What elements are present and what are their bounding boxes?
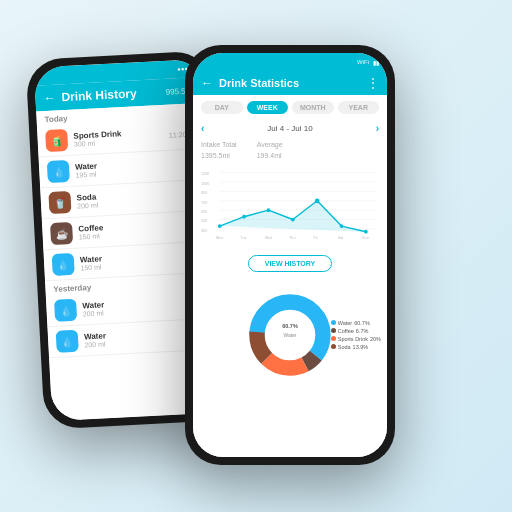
svg-text:Mon: Mon bbox=[216, 236, 223, 240]
intake-avg-label: Average bbox=[257, 141, 283, 148]
tab-year[interactable]: YEAR bbox=[338, 101, 380, 114]
coffee-legend-label: Coffee bbox=[338, 328, 354, 334]
stats-back-arrow-icon[interactable]: ← bbox=[201, 76, 213, 90]
svg-text:Fri: Fri bbox=[313, 236, 318, 240]
week-nav: ‹ Jul 4 - Jul 10 › bbox=[193, 120, 387, 137]
wifi-icon: WiFi bbox=[357, 59, 369, 65]
svg-text:Sat: Sat bbox=[338, 236, 345, 240]
sports-legend-pct: 20% bbox=[370, 336, 381, 342]
svg-text:1200: 1200 bbox=[201, 172, 209, 176]
sports-drink-icon: 🧃 bbox=[45, 129, 68, 152]
intake-total-value: 1395.5ml bbox=[201, 148, 237, 160]
water-icon: 💧 bbox=[47, 160, 70, 183]
menu-dots-icon[interactable]: ⋮ bbox=[367, 76, 379, 90]
intake-total-label: Intake Total bbox=[201, 141, 237, 148]
svg-text:700: 700 bbox=[201, 201, 207, 205]
intake-row: Intake Total 1395.5ml Average 199.4ml bbox=[193, 137, 387, 164]
soda-legend-pct: 13.9% bbox=[353, 344, 369, 350]
intake-avg-value: 199.4ml bbox=[257, 148, 283, 160]
svg-text:800: 800 bbox=[201, 191, 207, 195]
svg-point-19 bbox=[315, 198, 320, 203]
legend-item-coffee: Coffee 6.7% bbox=[331, 328, 381, 334]
status-bar-front: WiFi ▮▮ bbox=[193, 53, 387, 71]
week-prev-arrow[interactable]: ‹ bbox=[201, 123, 204, 134]
svg-point-17 bbox=[267, 208, 271, 212]
coffee-legend-pct: 6.7% bbox=[356, 328, 369, 334]
svg-text:Sun: Sun bbox=[362, 236, 369, 240]
legend-item-sports: Sports Drink 20% bbox=[331, 336, 381, 342]
sports-legend-label: Sports Drink bbox=[338, 336, 368, 342]
svg-text:500: 500 bbox=[201, 219, 207, 223]
svg-text:60.7%: 60.7% bbox=[282, 323, 298, 329]
svg-text:Wed: Wed bbox=[265, 236, 273, 240]
svg-text:Thu: Thu bbox=[289, 236, 295, 240]
svg-point-20 bbox=[340, 224, 344, 228]
stats-header: ← Drink Statistics ⋮ bbox=[193, 71, 387, 95]
water-legend-label: Water bbox=[338, 320, 352, 326]
water4-icon: 💧 bbox=[56, 330, 79, 353]
soda-legend-label: Soda bbox=[338, 344, 351, 350]
week-next-arrow[interactable]: › bbox=[376, 123, 379, 134]
svg-point-21 bbox=[364, 230, 368, 234]
line-chart: 1200 1000 800 700 600 500 400 bbox=[193, 164, 387, 251]
sports-legend-dot bbox=[331, 336, 336, 341]
donut-chart-area: 60.7% Water Water 60.7% Coffee 6.7% bbox=[193, 276, 387, 394]
svg-point-15 bbox=[218, 224, 222, 228]
stats-content: DAY WEEK MONTH YEAR ‹ Jul 4 - Jul 10 › I… bbox=[193, 95, 387, 457]
view-history-button[interactable]: VIEW HISTORY bbox=[248, 255, 333, 272]
back-arrow-icon[interactable]: ← bbox=[43, 91, 56, 106]
drink-statistics-title: Drink Statistics bbox=[219, 77, 367, 89]
svg-text:1000: 1000 bbox=[201, 182, 209, 186]
svg-text:Tue: Tue bbox=[240, 236, 246, 240]
water2-icon: 💧 bbox=[52, 253, 75, 276]
legend-item-water: Water 60.7% bbox=[331, 320, 381, 326]
water-legend-pct: 60.7% bbox=[354, 320, 370, 326]
coffee-icon: ☕ bbox=[50, 222, 73, 245]
tab-month[interactable]: MONTH bbox=[292, 101, 334, 114]
intake-total: Intake Total 1395.5ml bbox=[201, 141, 237, 160]
tab-week[interactable]: WEEK bbox=[247, 101, 289, 114]
week-range: Jul 4 - Jul 10 bbox=[267, 124, 312, 133]
water3-icon: 💧 bbox=[54, 299, 77, 322]
donut-legend: Water 60.7% Coffee 6.7% Sports Drink 20% bbox=[331, 320, 381, 350]
drink-history-title: Drink History bbox=[61, 85, 166, 104]
intake-avg: Average 199.4ml bbox=[257, 141, 283, 160]
chart-svg: 1200 1000 800 700 600 500 400 bbox=[201, 168, 379, 243]
svg-text:400: 400 bbox=[201, 229, 207, 233]
donut-chart-svg: 60.7% Water bbox=[235, 280, 345, 390]
svg-text:Water: Water bbox=[284, 333, 297, 338]
tab-day[interactable]: DAY bbox=[201, 101, 243, 114]
svg-point-16 bbox=[242, 215, 246, 219]
soda-legend-dot bbox=[331, 344, 336, 349]
phone-front: WiFi ▮▮ ← Drink Statistics ⋮ DAY WEEK MO… bbox=[185, 45, 395, 465]
period-tabs: DAY WEEK MONTH YEAR bbox=[193, 95, 387, 120]
coffee-legend-dot bbox=[331, 328, 336, 333]
battery-front-icon: ▮▮ bbox=[373, 59, 379, 66]
soda-icon: 🥤 bbox=[48, 191, 71, 214]
svg-text:600: 600 bbox=[201, 210, 207, 214]
svg-point-18 bbox=[291, 218, 295, 222]
legend-item-soda: Soda 13.9% bbox=[331, 344, 381, 350]
water-legend-dot bbox=[331, 320, 336, 325]
